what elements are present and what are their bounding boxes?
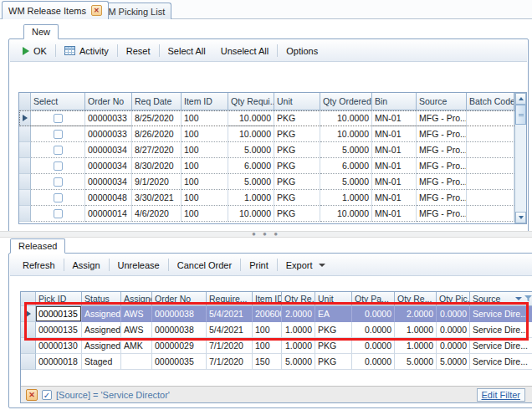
grid-cell[interactable]: PKG	[274, 190, 320, 206]
grid-cell[interactable]: PKG	[274, 206, 320, 222]
column-header[interactable]: Unit	[274, 93, 320, 110]
cancel-order-button[interactable]: Cancel Order	[170, 256, 239, 274]
grid-cell[interactable]: 5.0000	[437, 354, 470, 370]
grid-cell[interactable]	[467, 206, 514, 222]
grid-cell[interactable]: 100	[182, 206, 228, 222]
grid-cell[interactable]: 00000048	[85, 190, 132, 206]
grid-cell[interactable]: 00000038	[152, 306, 207, 322]
grid-cell[interactable]: 5.0000	[228, 174, 274, 190]
column-header[interactable]: Qty Requi...	[228, 93, 274, 110]
column-header[interactable]: Assigne...	[121, 292, 152, 306]
grid-cell[interactable]: 00000033	[85, 110, 132, 126]
grid-cell[interactable]	[467, 110, 514, 126]
table-row[interactable]: 000000338/25/202010010.0000PKG10.0000MN-…	[19, 110, 526, 126]
scroll-up-button[interactable]	[515, 93, 526, 105]
grid-cell[interactable]: 7/1/2020	[207, 354, 253, 370]
ok-button[interactable]: OK	[15, 42, 54, 59]
grid-cell[interactable]: 0.0000	[437, 306, 470, 322]
grid-cell[interactable]: Assigned	[82, 322, 121, 338]
print-button[interactable]: Print	[242, 256, 276, 274]
row-checkbox[interactable]	[54, 209, 63, 218]
grid-cell[interactable]: 2.0000	[282, 306, 315, 322]
grid-cell[interactable]: 8/30/2020	[132, 158, 182, 174]
grid-cell[interactable]: AWS	[121, 322, 152, 338]
grid-cell[interactable]: 10.0000	[320, 126, 372, 142]
grid-cell[interactable]: 00000034	[85, 174, 132, 190]
grid-cell[interactable]: 1.0000	[395, 338, 437, 354]
grid-cell[interactable]: 8/26/2020	[132, 126, 182, 142]
grid-cell[interactable]: 0.0000	[437, 322, 470, 338]
grid-cell[interactable]: 00000033	[85, 126, 132, 142]
grid-cell[interactable]: MFG - Pro...	[417, 126, 467, 142]
grid-cell[interactable]: MN-01	[372, 206, 417, 222]
grid-cell[interactable]: MN-01	[372, 142, 417, 158]
options-button[interactable]: Options	[279, 42, 325, 59]
table-row[interactable]: 000000349/1/20201005.0000PKG5.0000MN-01M…	[19, 174, 526, 190]
grid-cell[interactable]: PKG	[274, 158, 320, 174]
grid-cell[interactable]: MFG - Pro...	[417, 174, 467, 190]
grid-cell[interactable]: 10.0000	[320, 110, 372, 126]
column-header[interactable]: Order No	[152, 292, 207, 306]
grid-cell[interactable]: 4/6/2020	[132, 206, 182, 222]
grid-cell[interactable]	[467, 142, 514, 158]
column-header[interactable]: Req Date	[132, 93, 182, 110]
grid-cell[interactable]: PKG	[315, 322, 352, 338]
grid-cell[interactable]: 5/4/2021	[207, 306, 253, 322]
column-header[interactable]: Qty Ordered	[320, 93, 372, 110]
grid-cell[interactable]: 00000034	[85, 158, 132, 174]
grid-cell[interactable]: Service Dire...	[470, 322, 532, 338]
refresh-button[interactable]: Refresh	[15, 256, 63, 274]
column-header[interactable]: Order No	[85, 93, 132, 110]
select-checkbox-cell[interactable]	[31, 110, 85, 126]
grid-cell[interactable]: 0.0000	[437, 338, 470, 354]
grid-cell[interactable]: 150	[253, 354, 282, 370]
sort-descending-icon[interactable]	[515, 297, 522, 300]
grid-cell[interactable]: 0.0000	[352, 322, 395, 338]
table-row[interactable]: 00000018Staged000000357/1/20201505.0000P…	[21, 354, 532, 370]
grid-cell[interactable]: EA	[315, 306, 352, 322]
grid-cell[interactable]: 1.0000	[282, 338, 315, 354]
grid-cell[interactable]: 0.0000	[352, 354, 395, 370]
grid-cell[interactable]: PKG	[274, 110, 320, 126]
column-header[interactable]: Batch Code	[467, 93, 514, 110]
filter-funnel-icon[interactable]	[524, 294, 532, 304]
reset-button[interactable]: Reset	[119, 42, 158, 59]
grid-cell[interactable]: MN-01	[372, 126, 417, 142]
table-row[interactable]: 000000348/30/20201006.0000PKG6.0000MN-01…	[19, 158, 526, 174]
grid-cell[interactable]: MN-01	[372, 110, 417, 126]
select-checkbox-cell[interactable]	[31, 190, 85, 206]
grid-cell[interactable]: 2.0000	[395, 306, 437, 322]
grid-cell[interactable]: 10.0000	[228, 110, 274, 126]
grid-cell[interactable]: 100	[253, 322, 282, 338]
column-header[interactable]: Item ID	[253, 292, 282, 306]
row-checkbox[interactable]	[54, 146, 63, 155]
grid-cell[interactable]: 1.0000	[395, 322, 437, 338]
grid-cell[interactable]: Assigned	[82, 306, 121, 322]
grid-cell[interactable]	[121, 354, 152, 370]
table-row[interactable]: 00000130AssignedAMK000000297/1/20201001.…	[21, 338, 532, 354]
table-row[interactable]: 00000135AssignedAWS000000385/4/202120060…	[21, 306, 532, 322]
grid-cell[interactable]: 6.0000	[320, 158, 372, 174]
assign-button[interactable]: Assign	[65, 256, 108, 274]
column-header[interactable]: Status	[82, 292, 121, 306]
vertical-scrollbar[interactable]	[514, 93, 526, 223]
grid-cell[interactable]: 1.0000	[282, 322, 315, 338]
grid-cell[interactable]	[467, 190, 514, 206]
grid-cell[interactable]: 100	[182, 158, 228, 174]
column-header[interactable]: Qty Pic...	[437, 292, 470, 306]
filter-close-button[interactable]: ✕	[26, 389, 38, 401]
row-checkbox[interactable]	[54, 177, 63, 187]
select-checkbox-cell[interactable]	[31, 126, 85, 142]
grid-cell[interactable]: 00000029	[152, 338, 207, 354]
grid-cell[interactable]: PKG	[315, 354, 352, 370]
grid-cell[interactable]: 5.0000	[395, 354, 437, 370]
select-checkbox-cell[interactable]	[31, 158, 85, 174]
grid-cell[interactable]: 100	[182, 174, 228, 190]
grid-cell[interactable]: 00000034	[85, 142, 132, 158]
grid-cell[interactable]	[467, 174, 514, 190]
grid-cell[interactable]: 5/4/2021	[207, 322, 253, 338]
grid-cell[interactable]: Assigned	[82, 338, 121, 354]
column-header[interactable]: Bin	[372, 93, 417, 110]
grid-cell[interactable]: 1.0000	[228, 190, 274, 206]
grid-cell[interactable]: 7/1/2020	[207, 338, 253, 354]
